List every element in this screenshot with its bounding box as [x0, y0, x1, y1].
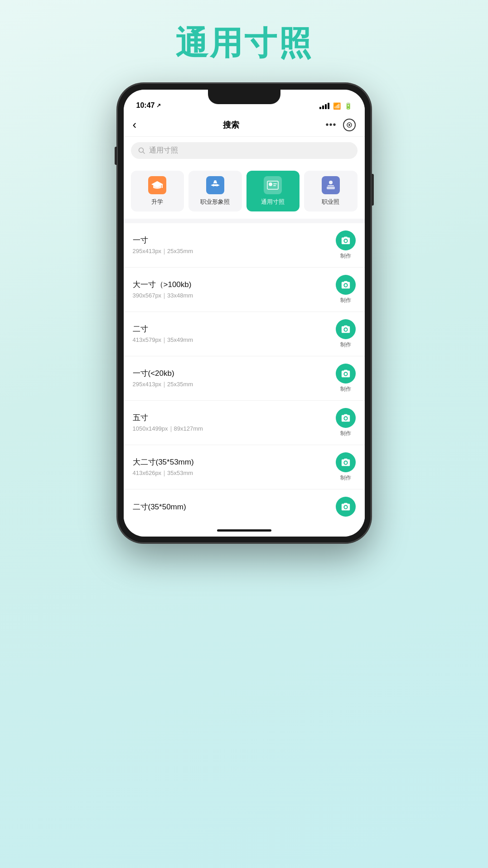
make-label: 制作	[340, 297, 351, 304]
photo-spec: 413x626px｜35x53mm	[133, 469, 194, 477]
make-button-1[interactable]: 制作	[336, 275, 356, 304]
svg-point-10	[214, 180, 217, 183]
list-item: 一寸(<20kb) 295x413px｜25x35mm 制作	[124, 356, 365, 401]
list-item-info: 二寸 413x579px｜35x49mm	[133, 324, 193, 344]
camera-icon	[341, 280, 351, 290]
photo-name: 二寸	[133, 324, 193, 334]
category-tongyuncunzhao[interactable]: 通用寸照	[246, 171, 300, 211]
home-indicator	[124, 524, 365, 537]
camera-icon	[341, 324, 351, 334]
make-btn-circle	[336, 408, 356, 428]
search-icon	[138, 147, 145, 154]
bow-tie-svg	[209, 179, 221, 191]
svg-line-3	[143, 152, 145, 153]
camera-icon	[341, 457, 351, 467]
signal-icon	[319, 103, 329, 109]
camera-icon	[341, 413, 351, 423]
make-label: 制作	[340, 252, 351, 260]
svg-rect-16	[328, 185, 334, 186]
list-item: 二寸(35*50mm)	[124, 489, 365, 524]
photo-list: 一寸 295x413px｜25x35mm 制作 大一寸（>100kb) 390	[124, 223, 365, 524]
category-tabs: 升学 职业形象照	[124, 165, 365, 219]
more-dots[interactable]: •••	[325, 120, 336, 130]
photo-name: 一寸	[133, 235, 193, 245]
category-zhiyezhao[interactable]: 职业照	[304, 171, 358, 211]
battery-icon: 🔋	[344, 102, 352, 110]
svg-point-12	[269, 182, 272, 186]
list-item-info: 一寸(<20kb) 295x413px｜25x35mm	[133, 368, 193, 388]
id-icon	[264, 176, 282, 194]
list-item: 大一寸（>100kb) 390x567px｜33x48mm 制作	[124, 268, 365, 312]
id-card-svg	[266, 180, 279, 191]
professional-icon	[206, 176, 224, 194]
svg-marker-7	[211, 184, 214, 187]
wifi-icon: 📶	[333, 102, 341, 110]
photo-name: 一寸(<20kb)	[133, 368, 193, 379]
photo-name: 二寸(35*50mm)	[133, 502, 186, 512]
category-label-tongyuncunzhao: 通用寸照	[261, 198, 285, 206]
svg-point-1	[348, 124, 350, 126]
search-placeholder: 通用寸照	[149, 146, 178, 155]
svg-rect-5	[162, 184, 163, 188]
svg-rect-14	[273, 185, 276, 186]
svg-marker-8	[217, 184, 220, 187]
camera-icon	[341, 369, 351, 379]
photo-spec: 413x579px｜35x49mm	[133, 336, 193, 344]
id-icon-container	[264, 176, 282, 194]
camera-icon	[341, 235, 351, 245]
photo-name: 大二寸(35*53mm)	[133, 457, 194, 467]
list-item-info: 一寸 295x413px｜25x35mm	[133, 235, 193, 255]
nav-title: 搜索	[223, 120, 239, 130]
make-button-5[interactable]: 制作	[336, 452, 356, 482]
list-item-info: 大二寸(35*53mm) 413x626px｜35x53mm	[133, 457, 194, 477]
category-shengxue[interactable]: 升学	[131, 171, 184, 211]
location-icon: ↗	[156, 102, 161, 109]
phone-shell: 10:47 ↗ 📶 🔋 ‹ 搜索 •••	[117, 83, 371, 543]
back-button[interactable]: ‹	[133, 118, 137, 132]
search-bar[interactable]: 通用寸照	[131, 142, 358, 159]
photo-spec: 1050x1499px｜89x127mm	[133, 425, 203, 433]
make-label: 制作	[340, 385, 351, 393]
record-icon	[347, 122, 352, 128]
make-button-0[interactable]: 制作	[336, 230, 356, 260]
search-container: 通用寸照	[124, 137, 365, 165]
svg-rect-13	[273, 183, 277, 184]
make-btn-circle	[336, 275, 356, 295]
list-item: 二寸 413x579px｜35x49mm 制作	[124, 312, 365, 356]
make-btn-circle	[336, 319, 356, 339]
make-button-6[interactable]	[336, 497, 356, 517]
professional-icon-container	[206, 176, 224, 194]
phone-screen: 10:47 ↗ 📶 🔋 ‹ 搜索 •••	[124, 90, 365, 537]
photo-name: 大一寸（>100kb)	[133, 279, 193, 290]
make-label: 制作	[340, 474, 351, 482]
photo-spec: 295x413px｜25x35mm	[133, 247, 193, 255]
category-label-zhiyezhao: 职业照	[322, 198, 339, 206]
circle-button[interactable]	[343, 119, 356, 131]
list-item-info: 二寸(35*50mm)	[133, 502, 186, 512]
category-label-zhiyexingxiang: 职业形象照	[200, 198, 230, 206]
category-zhiyexingxiang[interactable]: 职业形象照	[188, 171, 242, 211]
page-title: 通用寸照	[175, 22, 313, 65]
home-bar	[217, 529, 271, 532]
make-btn-circle	[336, 452, 356, 472]
photo-name: 五寸	[133, 412, 203, 423]
graduation-cap-svg	[151, 180, 163, 190]
list-item-info: 五寸 1050x1499px｜89x127mm	[133, 412, 203, 433]
photo-spec: 390x567px｜33x48mm	[133, 292, 193, 300]
make-button-3[interactable]: 制作	[336, 364, 356, 393]
notch	[208, 90, 280, 104]
list-item: 一寸 295x413px｜25x35mm 制作	[124, 223, 365, 268]
make-label: 制作	[340, 341, 351, 349]
category-label-shengxue: 升学	[151, 198, 163, 206]
svg-point-15	[329, 181, 333, 184]
work-photo-icon	[322, 176, 340, 194]
make-button-4[interactable]: 制作	[336, 408, 356, 437]
work-icon-container	[322, 176, 340, 194]
svg-rect-17	[327, 187, 335, 189]
make-btn-circle	[336, 364, 356, 384]
list-item: 大二寸(35*53mm) 413x626px｜35x53mm 制作	[124, 445, 365, 489]
list-item-info: 大一寸（>100kb) 390x567px｜33x48mm	[133, 279, 193, 300]
make-button-2[interactable]: 制作	[336, 319, 356, 349]
make-btn-circle	[336, 230, 356, 250]
nav-bar: ‹ 搜索 •••	[124, 113, 365, 137]
